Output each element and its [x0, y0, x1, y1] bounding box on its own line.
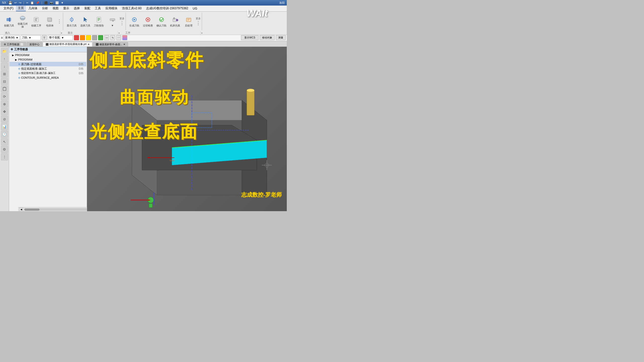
assembly-dropdown[interactable]: 整个装配 ▼: [48, 35, 73, 40]
display-more-btn[interactable]: 更多 ⋮: [119, 14, 125, 29]
tree-label-program0: PROGRAM: [15, 54, 86, 57]
menu-haoqiang[interactable]: 浩强工具v2.60: [120, 6, 143, 11]
op-group-label: 工序: [120, 31, 201, 35]
green-circle-btn[interactable]: [98, 35, 103, 40]
tab-navigator[interactable]: ⚙ 工序导航器 ⬜: [1, 42, 26, 47]
move-obj-btn[interactable]: 移动对象: [260, 35, 275, 40]
post-proc-button[interactable]: 后处理: [182, 14, 195, 29]
parts-icon[interactable]: ⊞: [1, 70, 8, 77]
more3-icon[interactable]: ⋮: [1, 153, 8, 160]
menu-ug[interactable]: UG: [191, 6, 199, 11]
close-tab1-icon[interactable]: ✕: [88, 43, 90, 46]
save-icon[interactable]: 💾: [8, 1, 12, 5]
wcs-btn[interactable]: 显示WCS: [241, 35, 259, 40]
post-proc-icon: [185, 16, 193, 24]
tab-navigator-label: 工序导航器: [7, 43, 19, 46]
clock-icon[interactable]: 🕐: [1, 131, 8, 138]
tab-discovery[interactable]: 发现中心: [27, 42, 42, 47]
machine-sim-button[interactable]: 机床仿真: [169, 14, 182, 29]
settings-icon[interactable]: ⚙: [1, 146, 8, 153]
tool-dropdown[interactable]: ▼: [106, 14, 119, 29]
menu-dropdown[interactable]: 菜单(M) ▼: [4, 35, 20, 40]
redo-icon[interactable]: ↪: [19, 1, 21, 5]
over-cut-button[interactable]: 过切检查: [141, 14, 154, 29]
paste-icon[interactable]: 📌: [36, 1, 39, 5]
tree-item-program1[interactable]: ▶ PROGRAM: [10, 57, 86, 62]
menu-file[interactable]: 文件(F): [2, 6, 15, 11]
dash-tool-btn[interactable]: ⋯: [116, 35, 121, 40]
select-tool-button[interactable]: 选择刀具: [79, 14, 92, 29]
svg-rect-19: [98, 20, 99, 21]
color-tool-btn[interactable]: [122, 35, 127, 40]
menu-view[interactable]: 视图: [51, 6, 61, 11]
scroll-thumb[interactable]: [24, 209, 39, 211]
tree-op-icon-contour: ⚙: [17, 76, 21, 79]
toolpath-dropdown[interactable]: 刀轨 ▼: [21, 35, 41, 40]
tab-part2[interactable]: ⬛ 侧直底斜零件-曲面... ✕: [93, 42, 128, 47]
menu-geom[interactable]: 几何体: [26, 6, 39, 11]
record-icon[interactable]: ⬛: [44, 1, 48, 5]
svg-rect-35: [3, 87, 6, 90]
menu-assembly[interactable]: 装配: [82, 6, 92, 11]
post-proc-label: 后处理: [185, 24, 192, 27]
red-circle-btn[interactable]: [74, 35, 79, 40]
curve-tool-btn[interactable]: ∿: [110, 35, 115, 40]
container-label: 包容体: [46, 24, 54, 27]
tree-item-overcut[interactable]: ⚙ 原刀路-过切底面 D35: [10, 62, 86, 66]
zoom-fit-icon[interactable]: ⊕: [1, 101, 8, 108]
model-icon[interactable]: [1, 85, 8, 93]
resource-icon[interactable]: 📁: [1, 48, 8, 55]
window-icon[interactable]: ⬜: [55, 1, 59, 5]
dropdown-icon[interactable]: ▼: [61, 1, 64, 4]
tree-item-contour[interactable]: ⚙ CONTOUR_SURFACE_AREA: [10, 75, 86, 80]
op-more-btn[interactable]: 更多 ⋮: [196, 14, 201, 29]
toolpath-label: 刀轨: [22, 36, 27, 39]
tab-part1[interactable]: ⬛ 侧直底斜零件-外形轮廓铣光像.prt ✕: [43, 42, 92, 47]
confirm-tool-button[interactable]: 确认刀轨: [155, 14, 168, 29]
menu-home[interactable]: 主页: [16, 6, 26, 11]
insert-more-btn[interactable]: ⋮: [57, 14, 62, 29]
tree-item-program0[interactable]: ▶ PROGRAM: [10, 53, 86, 57]
menu-display[interactable]: 显示: [61, 6, 71, 11]
nc-report-button[interactable]: 刀轨报告: [92, 14, 105, 29]
container-button[interactable]: 包容体: [43, 14, 56, 29]
pointer-icon[interactable]: ↖: [1, 138, 8, 145]
gen-tool-button[interactable]: 生成刀轨: [128, 14, 141, 29]
pan-icon[interactable]: ✥: [1, 108, 8, 115]
create-op-button[interactable]: 创建工序: [30, 14, 43, 29]
menu-analysis[interactable]: 分析: [40, 6, 50, 11]
gray-circle-btn[interactable]: [92, 35, 97, 40]
show-tool-button[interactable]: 显示刀具: [65, 14, 78, 29]
close-tab2-icon[interactable]: ✕: [123, 43, 125, 46]
viewport[interactable]: TAM 侧直底斜零件 曲面驱动 光侧检查底面 志成数控-罗老师: [87, 47, 287, 211]
scroll-track[interactable]: [24, 208, 90, 210]
history-icon[interactable]: ↑: [1, 55, 8, 62]
cube-tab2-icon: ⬛: [96, 43, 99, 46]
cut-icon[interactable]: ✂: [26, 1, 28, 5]
roles-icon[interactable]: ↓: [1, 63, 8, 70]
analyze-icon[interactable]: 📊: [1, 123, 8, 130]
tree-item-jumptool[interactable]: ⚙ 指定部件加工面-跳刀多-漏加工 D35: [10, 71, 86, 75]
copy-icon[interactable]: 📋: [30, 1, 34, 5]
menu-zhicheng[interactable]: 志成UG数控培训-15637975382: [144, 6, 190, 11]
undo-icon[interactable]: ↩: [14, 1, 17, 5]
nav-scrollbar[interactable]: ◀ ▶: [18, 207, 96, 211]
menu-appmod[interactable]: 应用模块: [103, 6, 119, 11]
measure-btn[interactable]: 测量: [276, 35, 286, 40]
rotate-icon[interactable]: ⟳: [1, 93, 8, 100]
constraints-icon[interactable]: ⊟: [1, 78, 8, 85]
tree-item-floor[interactable]: ⚙ 指定底面检查-漏加工 D35: [10, 66, 86, 71]
yellow-circle-btn[interactable]: [86, 35, 91, 40]
filter-btn[interactable]: [42, 35, 47, 40]
create-tool-button[interactable]: 创建刀具: [3, 14, 16, 29]
svg-rect-43: [247, 90, 254, 115]
create-geom-button[interactable]: 创建几何体: [16, 14, 29, 29]
section-icon[interactable]: ⊘: [1, 116, 8, 123]
menu-tools[interactable]: 工具: [93, 6, 103, 11]
menu-select[interactable]: 选择: [72, 6, 82, 11]
scroll-left-btn[interactable]: ◀: [19, 207, 23, 211]
toolbar-insert-group: 创建刀具 创建几何体: [2, 13, 63, 30]
orange-circle-btn[interactable]: [80, 35, 85, 40]
camera-icon[interactable]: 📷: [50, 1, 53, 5]
line-tool-btn[interactable]: —: [104, 35, 109, 40]
